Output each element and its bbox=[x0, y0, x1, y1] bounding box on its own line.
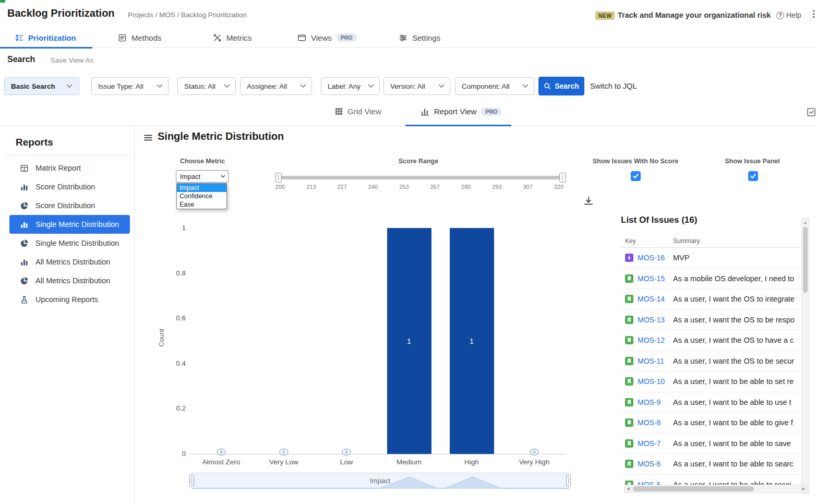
sidebar-item-score-distribution[interactable]: Score Distribution bbox=[9, 196, 130, 215]
score-tick: 293 bbox=[492, 184, 501, 190]
show-no-score-checkbox[interactable] bbox=[631, 171, 641, 181]
metric-select-value: Impact bbox=[180, 173, 200, 181]
filter-assignee[interactable]: Assignee: All bbox=[240, 77, 312, 95]
issue-row[interactable]: MOS-16MVP bbox=[621, 248, 801, 269]
issue-row[interactable]: MOS-5As a user, I want to be able to rec… bbox=[621, 475, 801, 485]
issues-column-key: Key bbox=[625, 237, 636, 245]
grid-view-tab[interactable]: Grid View bbox=[335, 107, 381, 116]
tab-settings[interactable]: Settings bbox=[399, 27, 440, 48]
tab-methods[interactable]: Methods bbox=[118, 27, 162, 48]
issue-key-link[interactable]: MOS-12 bbox=[638, 336, 668, 344]
report-view-tab[interactable]: Report View PRO bbox=[421, 107, 501, 116]
sidebar-item-all-metrics-distribution[interactable]: All Metrics Distribution bbox=[9, 253, 130, 271]
methods-icon bbox=[118, 33, 127, 42]
filter-component[interactable]: Component: All bbox=[455, 77, 534, 95]
x-category-label: Almost Zero bbox=[202, 458, 241, 466]
scroll-right-icon[interactable]: ▶ bbox=[800, 485, 807, 493]
sidebar-item-single-metric-distribution[interactable]: Single Metric Distribution bbox=[9, 215, 130, 234]
hamburger-icon[interactable] bbox=[143, 133, 153, 142]
issue-key-link[interactable]: MOS-11 bbox=[638, 357, 668, 365]
tab-prioritization[interactable]: Prioritization bbox=[15, 27, 76, 48]
issue-row[interactable]: MOS-13As a user, I want the OS to be res… bbox=[621, 310, 801, 331]
metric-option-ease[interactable]: Ease bbox=[177, 200, 226, 209]
issue-row[interactable]: MOS-15As a mobile OS developer, I need t… bbox=[621, 269, 801, 290]
download-icon[interactable] bbox=[583, 196, 594, 206]
metric-select[interactable]: Impact bbox=[176, 170, 229, 183]
bar-high[interactable]: 1 bbox=[450, 228, 494, 454]
app-title: Backlog Prioritization bbox=[7, 7, 115, 19]
zero-value-marker: 0 bbox=[342, 449, 351, 455]
sidebar-item-single-metric-distribution[interactable]: Single Metric Distribution bbox=[9, 234, 130, 253]
basic-search-dropdown[interactable]: Basic Search bbox=[4, 77, 79, 95]
filter-label: Assignee: All bbox=[247, 82, 287, 90]
issue-row[interactable]: MOS-9As a user, I want to be able to use… bbox=[621, 392, 801, 413]
vertical-scroll-thumb[interactable] bbox=[803, 227, 808, 293]
sidebar-item-score-distribution[interactable]: Score Distribution bbox=[9, 177, 130, 196]
promo-link[interactable]: Track and Manage your organizational ris… bbox=[618, 11, 771, 19]
breadcrumb[interactable]: Projects / MOS / Backlog Prioritization bbox=[128, 11, 247, 19]
prioritization-icon bbox=[15, 33, 23, 42]
issue-key-link[interactable]: MOS-5 bbox=[638, 481, 668, 485]
filter-issue-type[interactable]: Issue Type: All bbox=[91, 77, 169, 95]
issue-key-link[interactable]: MOS-15 bbox=[638, 274, 668, 283]
issues-horizontal-scrollbar[interactable]: ◀ ▶ bbox=[624, 485, 808, 493]
sidebar-item-label: All Metrics Distribution bbox=[35, 258, 110, 266]
metric-navigator-slider[interactable]: Impact bbox=[191, 473, 569, 488]
filter-status[interactable]: Status: All bbox=[177, 77, 236, 95]
issue-key-link[interactable]: MOS-9 bbox=[638, 398, 668, 406]
issue-row[interactable]: MOS-6As a user, I want to be able to sea… bbox=[621, 454, 801, 475]
navigator-handle-left[interactable] bbox=[189, 475, 194, 486]
score-range-handle-min[interactable] bbox=[275, 173, 282, 183]
issue-row[interactable]: MOS-10As a user, I want to be able to se… bbox=[621, 371, 801, 392]
issue-row[interactable]: MOS-14As a user, I want the OS to integr… bbox=[621, 289, 801, 310]
issue-key-link[interactable]: MOS-8 bbox=[638, 418, 668, 427]
metric-option-impact[interactable]: Impact bbox=[177, 184, 226, 192]
issue-row[interactable]: MOS-7As a user, I want to be able to sav… bbox=[621, 434, 801, 454]
search-button[interactable]: Search bbox=[538, 77, 584, 95]
issue-row[interactable]: MOS-11As a user, I want the OS to be sec… bbox=[621, 351, 801, 372]
score-range-slider[interactable] bbox=[277, 176, 565, 179]
kebab-menu-icon[interactable]: ⋮ bbox=[809, 8, 816, 19]
issue-row[interactable]: MOS-8As a user, I want to be able to giv… bbox=[621, 413, 801, 434]
issue-key-link[interactable]: MOS-16 bbox=[638, 254, 668, 262]
tab-views[interactable]: ViewsPRO bbox=[297, 27, 357, 48]
scroll-left-icon[interactable]: ◀ bbox=[625, 485, 632, 493]
filter-label[interactable]: Label: Any bbox=[321, 77, 380, 95]
navigator-handle-right[interactable] bbox=[566, 475, 571, 486]
issue-key-link[interactable]: MOS-14 bbox=[638, 295, 668, 303]
score-range-handle-max[interactable] bbox=[559, 173, 566, 183]
metrics-icon bbox=[213, 33, 222, 42]
switch-to-jql-link[interactable]: Switch to JQL bbox=[590, 82, 637, 90]
navigator-label: Impact bbox=[192, 477, 568, 485]
issue-key-link[interactable]: MOS-6 bbox=[638, 460, 668, 468]
bar-chart-icon bbox=[20, 183, 29, 191]
horizontal-scroll-thumb[interactable] bbox=[633, 486, 754, 491]
issue-key-link[interactable]: MOS-7 bbox=[638, 439, 668, 448]
issue-row[interactable]: MOS-12As a user, I want the OS to have a… bbox=[621, 330, 801, 351]
story-icon bbox=[625, 439, 633, 448]
reports-sidebar: Reports Matrix ReportScore DistributionS… bbox=[0, 126, 135, 504]
report-title: Single Metric Distribution bbox=[158, 130, 284, 142]
tab-label: Methods bbox=[131, 33, 162, 42]
sidebar-item-matrix-report[interactable]: Matrix Report bbox=[9, 159, 130, 177]
tab-metrics[interactable]: Metrics bbox=[213, 27, 251, 48]
report-view-label: Report View bbox=[434, 107, 476, 116]
filter-version[interactable]: Version: All bbox=[383, 77, 450, 95]
metric-option-confidence[interactable]: Confidence bbox=[177, 192, 226, 200]
y-axis-tick: 0 bbox=[166, 450, 186, 458]
save-view-as-link[interactable]: Save View As bbox=[51, 56, 93, 64]
issue-key-link[interactable]: MOS-13 bbox=[638, 316, 668, 324]
bar-medium[interactable]: 1 bbox=[387, 228, 431, 454]
help-link[interactable]: ? Help bbox=[776, 11, 801, 19]
zero-value-marker: 0 bbox=[280, 449, 289, 455]
sidebar-item-upcoming-reports[interactable]: Upcoming Reports bbox=[9, 290, 130, 309]
search-button-label: Search bbox=[555, 82, 579, 90]
x-category-label: Medium bbox=[397, 458, 422, 466]
show-issue-panel-checkbox[interactable] bbox=[748, 171, 758, 181]
sidebar-item-all-metrics-distribution[interactable]: All Metrics Distribution bbox=[9, 271, 130, 290]
scroll-up-icon[interactable]: ▲ bbox=[802, 219, 809, 226]
expand-chart-icon[interactable] bbox=[807, 107, 816, 117]
issues-vertical-scrollbar[interactable]: ▲ ▼ bbox=[801, 218, 809, 494]
sidebar-item-label: Upcoming Reports bbox=[35, 295, 98, 304]
issue-key-link[interactable]: MOS-10 bbox=[638, 377, 668, 386]
